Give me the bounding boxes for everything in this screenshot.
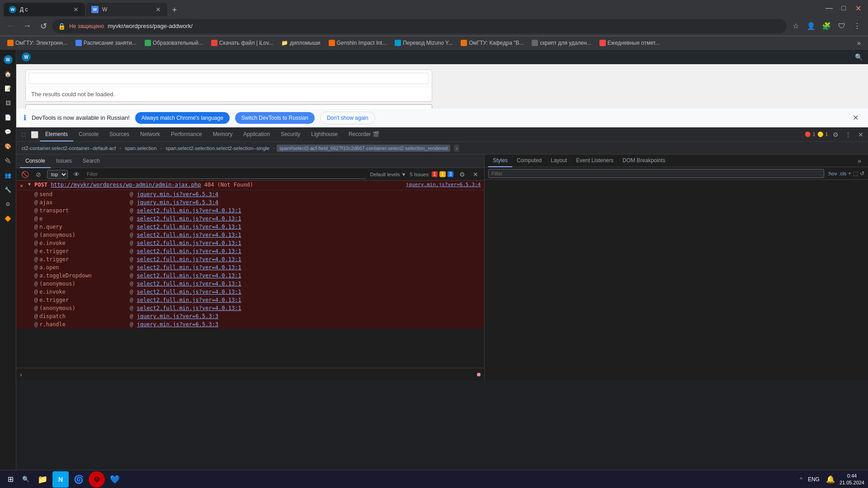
entry-expand-toggle[interactable]: ▼: [28, 182, 33, 187]
bookmark-folder-1[interactable]: 📁 дипломыши: [278, 38, 324, 48]
tab-close-1[interactable]: ✕: [72, 6, 80, 13]
add-style-icon[interactable]: +: [848, 170, 851, 177]
ajax-url-link[interactable]: http://myvkr/wordpress/wp-admin/admin-aj…: [51, 182, 201, 188]
console-eye-button[interactable]: 👁: [71, 169, 81, 179]
styles-tab-dom-breakpoints[interactable]: DOM Breakpoints: [618, 155, 670, 167]
extensions-button[interactable]: 🧩: [819, 19, 834, 33]
tab-application[interactable]: Application: [238, 128, 275, 141]
stack-location-link[interactable]: select2.full.min.js?ver=4.0.13:1: [137, 240, 241, 246]
cls-button[interactable]: .cls: [839, 171, 846, 176]
console-tab-console[interactable]: Console: [20, 155, 51, 168]
breadcrumb-item-2[interactable]: span.selection: [123, 145, 158, 152]
styles-filter-input[interactable]: [488, 169, 824, 178]
shield-button[interactable]: 🛡: [835, 19, 849, 33]
console-input[interactable]: [26, 371, 474, 378]
wp-sidebar-users[interactable]: 👥: [2, 169, 14, 182]
stack-location-link[interactable]: select2.full.min.js?ver=4.0.13:1: [137, 248, 241, 254]
tab-elements[interactable]: Elements: [40, 128, 73, 141]
bookmark-item-5[interactable]: Genshin Impact Int...: [325, 38, 391, 48]
settings-button[interactable]: ⋮: [850, 19, 864, 33]
reload-button[interactable]: ↺: [36, 19, 51, 33]
wp-sidebar-posts[interactable]: 📝: [2, 82, 14, 95]
styles-tab-event-listeners[interactable]: Event Listeners: [571, 155, 618, 167]
tab-lighthouse[interactable]: Lighthouse: [306, 128, 343, 141]
console-issues-button[interactable]: 5 Issues: 1 1 3: [410, 171, 453, 177]
bookmark-item-1[interactable]: ОмГТУ: Электронн...: [4, 38, 71, 48]
devtools-close-icon[interactable]: ✕: [855, 129, 866, 140]
profile-button[interactable]: 👤: [804, 19, 818, 33]
select2-dropdown[interactable]: Select ▲: [25, 104, 432, 108]
bookmark-item-2[interactable]: Расписание заняти...: [72, 38, 140, 48]
tab-security[interactable]: Security: [275, 128, 306, 141]
taskbar-app-n[interactable]: N: [52, 471, 69, 488]
maximize-button[interactable]: □: [837, 2, 850, 14]
select2-search-input[interactable]: [28, 73, 429, 84]
taskbar-edge-browser[interactable]: 🌀: [71, 471, 87, 488]
notification-close-button[interactable]: ✕: [850, 113, 861, 123]
stack-location-link[interactable]: jquery.min.js?ver=6.5.3:4: [137, 191, 218, 197]
stack-location-link[interactable]: select2.full.min.js?ver=4.0.13:1: [137, 264, 241, 271]
bookmark-item-3[interactable]: Образовательный...: [141, 38, 207, 48]
bookmark-item-8[interactable]: скрипт для удален...: [528, 38, 594, 48]
stack-location-link[interactable]: jquery.min.js?ver=6.5.3:4: [137, 199, 218, 206]
back-button[interactable]: ←: [4, 19, 18, 33]
wp-sidebar-dashboard[interactable]: 🏠: [2, 68, 14, 80]
breadcrumb-item-4-selected[interactable]: span#select2-acf-field_6627f10c2d667-con…: [277, 145, 450, 152]
bookmark-item-9[interactable]: Ежедневные отмет...: [596, 38, 663, 48]
wp-sidebar-comments[interactable]: 💬: [2, 126, 14, 138]
stack-location-link[interactable]: select2.full.min.js?ver=4.0.13:1: [137, 305, 241, 311]
always-match-button[interactable]: Always match Chrome's language: [135, 112, 230, 124]
switch-devtools-button[interactable]: Switch DevTools to Russian: [235, 112, 315, 124]
bookmarks-button[interactable]: ☆: [788, 19, 803, 33]
console-close-button[interactable]: ✕: [471, 169, 481, 179]
stack-location-link[interactable]: select2.full.min.js?ver=4.0.13:1: [137, 289, 241, 295]
wp-sidebar-appearance[interactable]: 🎨: [2, 140, 14, 153]
tab-recorder[interactable]: Recorder 🎬: [343, 128, 385, 141]
minimize-button[interactable]: —: [823, 2, 835, 14]
wp-header-search[interactable]: 🔍: [855, 53, 863, 61]
address-bar[interactable]: 🔒 Не защищено myvkr/wordpress/page-addwo…: [52, 19, 787, 33]
breadcrumb-item-1[interactable]: ct2-container.select2-container--default…: [20, 145, 118, 152]
stack-location-link[interactable]: select2.full.min.js?ver=4.0.13:1: [137, 232, 241, 238]
tab-memory[interactable]: Memory: [208, 128, 238, 141]
stack-location-link[interactable]: select2.full.min.js?ver=4.0.13:1: [137, 207, 241, 214]
stack-location-link[interactable]: jquery.min.js?ver=6.5.3:3: [137, 321, 218, 328]
new-tab-button[interactable]: +: [168, 4, 181, 16]
wp-sidebar-settings[interactable]: ⚙: [2, 198, 14, 211]
devtools-more-icon[interactable]: ⋮: [843, 129, 854, 140]
console-top-select[interactable]: top: [47, 170, 68, 179]
taskbar-search-button[interactable]: 🔍: [19, 473, 33, 486]
taskbar-vscode[interactable]: 💙: [107, 471, 123, 488]
wp-sidebar-logo[interactable]: W: [2, 53, 14, 66]
tab-console[interactable]: Console: [73, 128, 104, 141]
stack-location-link[interactable]: select2.full.min.js?ver=4.0.13:1: [137, 224, 241, 230]
tab-active[interactable]: W Д с ✕: [4, 3, 85, 16]
console-levels-button[interactable]: Default levels ▼: [370, 172, 406, 177]
tab-network[interactable]: Network: [135, 128, 165, 141]
notifications-button[interactable]: 🔔: [825, 474, 836, 485]
start-button[interactable]: ⊞: [4, 473, 17, 486]
breadcrumb-item-3[interactable]: span.select2-selection.select2-selection…: [164, 145, 271, 152]
console-clear-button[interactable]: 🚫: [20, 169, 30, 179]
stack-location-link[interactable]: select2.full.min.js?ver=4.0.13:1: [137, 216, 241, 222]
entry-location-link[interactable]: jquery.min.js?ver=6.5.3:4: [406, 182, 481, 188]
stack-location-link[interactable]: select2.full.min.js?ver=4.0.13:1: [137, 297, 241, 303]
tab-sources[interactable]: Sources: [104, 128, 135, 141]
styles-tab-computed[interactable]: Computed: [512, 155, 546, 167]
refresh-styles-icon[interactable]: ↺: [860, 170, 864, 177]
tab-close-2[interactable]: ✕: [155, 6, 162, 13]
taskbar-file-explorer[interactable]: 📁: [34, 471, 51, 488]
bookmark-item-4[interactable]: Скачать файл | iLov...: [208, 38, 277, 48]
hov-button[interactable]: :hov: [828, 171, 837, 176]
console-filter-input[interactable]: [85, 170, 366, 179]
wp-sidebar-pages[interactable]: 📄: [2, 111, 14, 124]
tray-expand-icon[interactable]: ^: [800, 476, 802, 483]
console-gear-icon[interactable]: ⚙: [457, 169, 467, 179]
styles-tab-layout[interactable]: Layout: [546, 155, 571, 167]
bookmark-item-6[interactable]: Перевод Mizuno Y...: [391, 38, 456, 48]
console-tab-issues[interactable]: Issues: [51, 155, 77, 168]
bookmarks-more-button[interactable]: »: [854, 38, 864, 48]
console-tab-search[interactable]: Search: [77, 155, 105, 168]
styles-tab-styles[interactable]: Styles: [488, 155, 512, 167]
stack-location-link[interactable]: select2.full.min.js?ver=4.0.13:1: [137, 256, 241, 263]
